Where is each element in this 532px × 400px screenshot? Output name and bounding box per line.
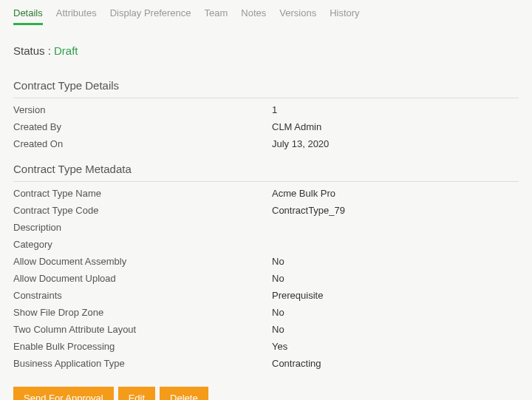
- row-description: Description: [13, 219, 519, 236]
- label-contract-type-name: Contract Type Name: [13, 188, 272, 199]
- value-enable-bulk-processing: Yes: [272, 341, 287, 352]
- row-created-on: Created On July 13, 2020: [13, 135, 519, 152]
- label-created-by: Created By: [13, 121, 272, 132]
- value-two-column-layout: No: [272, 324, 284, 335]
- tab-bar: Details Attributes Display Preference Te…: [0, 0, 532, 25]
- label-constraints: Constraints: [13, 290, 272, 301]
- value-contract-type-code: ContractType_79: [272, 205, 345, 216]
- value-allow-document-upload: No: [272, 273, 284, 284]
- value-constraints: Prerequisite: [272, 290, 323, 301]
- send-for-approval-button[interactable]: Send For Approval: [13, 387, 114, 400]
- value-created-on: July 13, 2020: [272, 138, 329, 149]
- row-category: Category: [13, 236, 519, 253]
- tab-details[interactable]: Details: [13, 4, 43, 25]
- row-enable-bulk-processing: Enable Bulk Processing Yes: [13, 338, 519, 355]
- edit-button[interactable]: Edit: [118, 387, 155, 400]
- row-constraints: Constraints Prerequisite: [13, 287, 519, 304]
- label-created-on: Created On: [13, 138, 272, 149]
- row-contract-type-code: Contract Type Code ContractType_79: [13, 202, 519, 219]
- delete-button[interactable]: Delete: [160, 387, 208, 400]
- value-allow-document-assembly: No: [272, 256, 284, 267]
- row-show-file-drop-zone: Show File Drop Zone No: [13, 304, 519, 321]
- row-version: Version 1: [13, 101, 519, 118]
- label-two-column-layout: Two Column Attribute Layout: [13, 324, 272, 335]
- label-allow-document-upload: Allow Document Upload: [13, 273, 272, 284]
- label-enable-bulk-processing: Enable Bulk Processing: [13, 341, 272, 352]
- value-contract-type-name: Acme Bulk Pro: [272, 188, 335, 199]
- tab-display-preference[interactable]: Display Preference: [110, 4, 191, 25]
- tab-history[interactable]: History: [330, 4, 359, 25]
- label-contract-type-code: Contract Type Code: [13, 205, 272, 216]
- row-contract-type-name: Contract Type Name Acme Bulk Pro: [13, 185, 519, 202]
- status-line: Status : Draft: [13, 44, 519, 57]
- tab-notes[interactable]: Notes: [241, 4, 266, 25]
- value-business-application-type: Contracting: [272, 358, 321, 369]
- status-value: Draft: [54, 44, 78, 57]
- row-created-by: Created By CLM Admin: [13, 118, 519, 135]
- label-show-file-drop-zone: Show File Drop Zone: [13, 307, 272, 318]
- row-allow-document-upload: Allow Document Upload No: [13, 270, 519, 287]
- tab-attributes[interactable]: Attributes: [56, 4, 97, 25]
- section-title-metadata: Contract Type Metadata: [13, 163, 519, 182]
- row-allow-document-assembly: Allow Document Assembly No: [13, 253, 519, 270]
- action-bar: Send For Approval Edit Delete: [13, 387, 519, 400]
- tab-team[interactable]: Team: [205, 4, 228, 25]
- label-version: Version: [13, 104, 272, 115]
- value-version: 1: [272, 104, 277, 115]
- section-title-details: Contract Type Details: [13, 79, 519, 98]
- row-business-application-type: Business Application Type Contracting: [13, 355, 519, 372]
- label-allow-document-assembly: Allow Document Assembly: [13, 256, 272, 267]
- row-two-column-layout: Two Column Attribute Layout No: [13, 321, 519, 338]
- value-show-file-drop-zone: No: [272, 307, 284, 318]
- tab-versions[interactable]: Versions: [279, 4, 316, 25]
- label-business-application-type: Business Application Type: [13, 358, 272, 369]
- status-label: Status :: [13, 44, 54, 57]
- label-description: Description: [13, 222, 272, 233]
- label-category: Category: [13, 239, 272, 250]
- value-created-by: CLM Admin: [272, 121, 321, 132]
- content-area: Status : Draft Contract Type Details Ver…: [0, 25, 532, 400]
